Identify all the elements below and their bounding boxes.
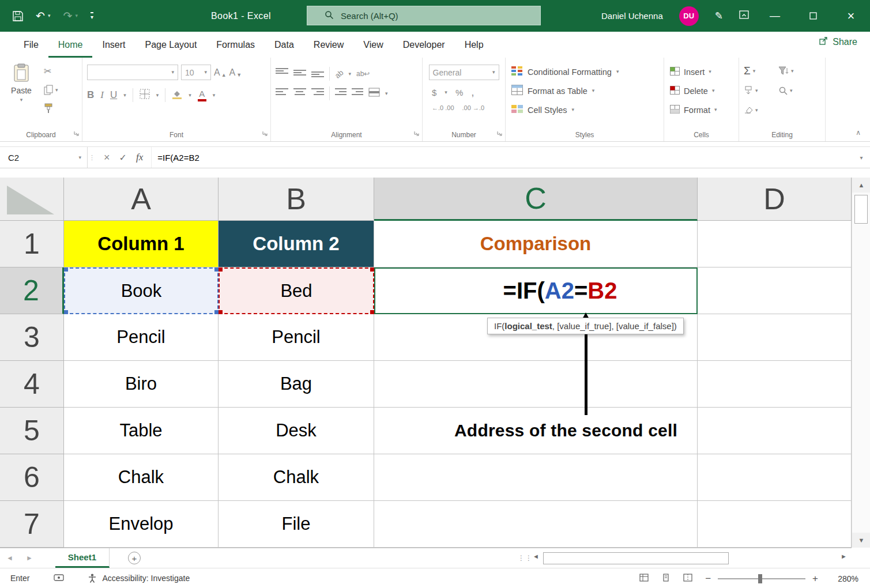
zoom-slider-thumb[interactable] — [758, 574, 762, 583]
align-right-icon[interactable] — [311, 88, 324, 99]
increase-decimal-icon[interactable]: ←.0 .00 — [432, 104, 454, 111]
vertical-scrollbar-thumb[interactable] — [854, 195, 868, 224]
normal-view-icon[interactable] — [639, 574, 649, 583]
cell-B4[interactable]: Bag — [219, 361, 374, 408]
cell-A6[interactable]: Chalk — [64, 454, 219, 501]
cell-B1[interactable]: Column 2 — [219, 221, 374, 267]
copy-icon[interactable]: ▾ — [44, 85, 58, 95]
font-color-chevron-icon[interactable]: ▾ — [213, 93, 216, 98]
percent-style-icon[interactable]: % — [455, 88, 463, 97]
cell-C2-active[interactable]: =IF(A2=B2 — [374, 267, 698, 314]
new-sheet-button[interactable]: + — [128, 552, 141, 564]
tab-formulas[interactable]: Formulas — [206, 32, 265, 58]
scroll-right-icon[interactable]: ► — [841, 553, 847, 560]
search-box[interactable]: Search (Alt+Q) — [307, 6, 541, 25]
merge-center-icon[interactable] — [368, 88, 380, 99]
name-box-chevron-icon[interactable]: ▾ — [78, 155, 81, 160]
tab-insert[interactable]: Insert — [92, 32, 135, 58]
share-button[interactable]: Share — [819, 36, 857, 48]
tab-developer[interactable]: Developer — [393, 32, 455, 58]
column-header-A[interactable]: A — [64, 178, 219, 221]
fill-color-chevron-icon[interactable]: ▾ — [189, 93, 191, 98]
expand-formula-bar-icon[interactable]: ▾ — [853, 147, 870, 168]
vertical-scrollbar[interactable]: ▲ ▼ — [852, 178, 870, 548]
column-header-B[interactable]: B — [219, 178, 374, 221]
cell-D1[interactable] — [698, 221, 852, 267]
format-painter-icon[interactable] — [44, 103, 58, 114]
scroll-left-icon[interactable]: ◄ — [533, 553, 539, 560]
customize-quick-access-icon[interactable]: ▾ — [91, 12, 93, 20]
align-left-icon[interactable] — [276, 88, 288, 99]
decrease-indent-icon[interactable] — [335, 88, 347, 99]
zoom-out-icon[interactable]: − — [705, 573, 711, 585]
undo-button[interactable]: ↶▾ — [36, 9, 50, 22]
align-center-icon[interactable] — [293, 88, 306, 99]
row-header-1[interactable]: 1 — [0, 221, 64, 267]
cell-B3[interactable]: Pencil — [219, 314, 374, 361]
row-header-5[interactable]: 5 — [0, 408, 64, 454]
ribbon-display-options-icon[interactable] — [739, 10, 749, 21]
enter-formula-icon[interactable]: ✓ — [119, 152, 127, 163]
cell-A2[interactable]: Book — [64, 267, 219, 314]
cell-A7[interactable]: Envelop — [64, 501, 219, 548]
cut-icon[interactable]: ✂ — [44, 66, 58, 77]
autosum-button[interactable]: Σ▾ — [744, 65, 778, 77]
column-header-D[interactable]: D — [698, 178, 852, 221]
inking-icon[interactable]: ✎ — [715, 10, 723, 22]
tab-data[interactable]: Data — [265, 32, 304, 58]
cell-B6[interactable]: Chalk — [219, 454, 374, 501]
decrease-font-size-icon[interactable]: A▼ — [229, 67, 242, 78]
increase-font-size-icon[interactable]: A▲ — [214, 67, 227, 78]
zoom-in-icon[interactable]: + — [812, 573, 818, 585]
orientation-icon[interactable]: ab — [333, 68, 345, 80]
row-header-2[interactable]: 2 — [0, 267, 64, 314]
align-top-icon[interactable] — [276, 68, 288, 80]
font-name-combo[interactable]: ▾ — [87, 65, 178, 80]
align-bottom-icon[interactable] — [311, 68, 324, 80]
cell-C4[interactable] — [374, 361, 698, 408]
cell-styles-button[interactable]: Cell Styles ▾ — [510, 100, 659, 119]
maximize-button[interactable] — [794, 0, 832, 32]
borders-icon[interactable] — [140, 89, 150, 101]
row-header-7[interactable]: 7 — [0, 501, 64, 548]
merge-center-chevron-icon[interactable]: ▾ — [385, 91, 388, 96]
minimize-button[interactable]: — — [756, 0, 794, 32]
select-all-corner[interactable] — [0, 178, 64, 221]
page-break-preview-icon[interactable] — [683, 574, 692, 583]
tab-help[interactable]: Help — [455, 32, 494, 58]
wrap-text-icon[interactable]: ab↩ — [356, 70, 370, 78]
collapse-ribbon-icon[interactable]: ∧ — [856, 129, 861, 137]
cell-C7[interactable] — [374, 501, 698, 548]
next-sheet-icon[interactable]: ► — [20, 554, 39, 562]
accessibility-icon[interactable] — [88, 574, 96, 583]
tab-file[interactable]: File — [14, 32, 48, 58]
cell-A3[interactable]: Pencil — [64, 314, 219, 361]
zoom-slider[interactable] — [718, 578, 805, 579]
formula-input[interactable]: =IF(A2=B2 — [152, 147, 853, 168]
tab-review[interactable]: Review — [304, 32, 353, 58]
cell-C6[interactable] — [374, 454, 698, 501]
close-button[interactable]: × — [832, 0, 870, 32]
cell-D5[interactable] — [698, 408, 852, 454]
cancel-formula-icon[interactable]: × — [104, 152, 110, 164]
cell-A4[interactable]: Biro — [64, 361, 219, 408]
cell-D4[interactable] — [698, 361, 852, 408]
delete-cells-button[interactable]: Delete ▾ — [669, 81, 734, 100]
zoom-level[interactable]: 280% — [831, 574, 858, 583]
clear-button[interactable]: ▾ — [744, 105, 778, 115]
macro-record-icon[interactable] — [54, 574, 64, 582]
align-middle-icon[interactable] — [293, 68, 306, 80]
paste-button[interactable]: Paste ▾ — [5, 61, 38, 114]
cell-A5[interactable]: Table — [64, 408, 219, 454]
avatar[interactable]: DU — [679, 6, 699, 26]
cell-A1[interactable]: Column 1 — [64, 221, 219, 267]
row-header-3[interactable]: 3 — [0, 314, 64, 361]
accounting-format-icon[interactable]: $ — [432, 88, 436, 97]
cell-D3[interactable] — [698, 314, 852, 361]
orientation-chevron-icon[interactable]: ▾ — [348, 71, 351, 77]
user-name[interactable]: Daniel Uchenna — [601, 11, 663, 21]
cell-B7[interactable]: File — [219, 501, 374, 548]
row-header-6[interactable]: 6 — [0, 454, 64, 501]
format-cells-button[interactable]: Format ▾ — [669, 100, 734, 119]
accounting-chevron-icon[interactable]: ▾ — [445, 90, 447, 95]
